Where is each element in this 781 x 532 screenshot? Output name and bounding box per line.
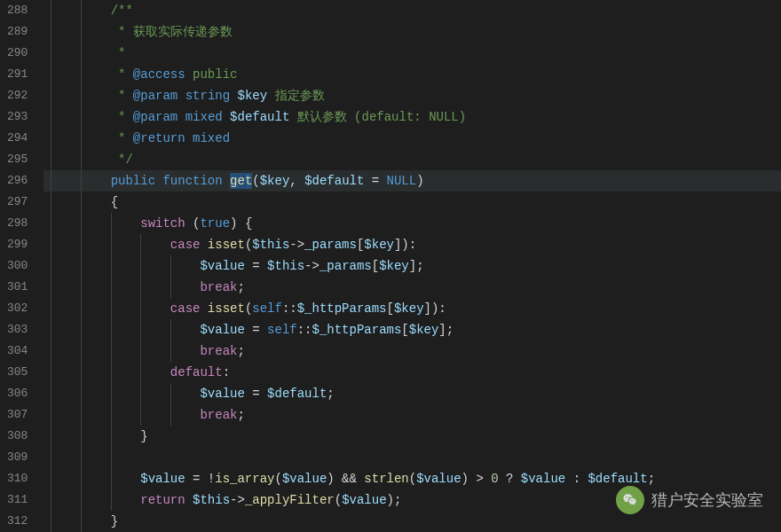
- code-line[interactable]: case isset(self::$_httpParams[$key]):: [43, 298, 781, 319]
- code-token: public: [111, 174, 155, 188]
- line-number: 295: [7, 149, 28, 170]
- line-number: 288: [7, 0, 28, 21]
- code-token: $key: [230, 89, 267, 103]
- code-line[interactable]: break;: [43, 277, 781, 298]
- code-token: $key: [394, 301, 424, 316]
- line-number: 301: [7, 277, 28, 298]
- code-line[interactable]: * @param string $key 指定参数: [43, 85, 781, 106]
- code-area[interactable]: /** * 获取实际传递参数 * * @access public * @par…: [43, 0, 781, 532]
- code-token: );: [387, 493, 402, 507]
- code-line[interactable]: $value = $default;: [43, 383, 781, 404]
- code-token: $this: [193, 493, 230, 507]
- code-token: =: [245, 387, 267, 401]
- code-line[interactable]: public function get($key, $default = NUL…: [43, 170, 781, 192]
- code-line[interactable]: {: [43, 192, 781, 213]
- code-token: $value: [282, 472, 327, 486]
- code-token: ) {: [230, 216, 252, 231]
- code-token: /**: [111, 4, 133, 18]
- code-token: (: [409, 472, 416, 486]
- code-token: $default: [304, 174, 364, 188]
- code-token: =: [245, 259, 267, 273]
- code-line[interactable]: * @return mixed: [43, 128, 781, 149]
- code-token: ;: [648, 472, 655, 486]
- code-token: [223, 174, 230, 188]
- code-line[interactable]: * 获取实际传递参数: [43, 21, 781, 43]
- code-line[interactable]: default:: [43, 362, 781, 383]
- code-token: ];: [409, 259, 424, 273]
- line-number: 302: [7, 298, 28, 319]
- code-token: ::: [282, 301, 297, 316]
- code-token: (: [335, 493, 342, 507]
- code-line[interactable]: [43, 447, 781, 468]
- code-line[interactable]: * @param mixed $default 默认参数 (default: N…: [43, 106, 781, 128]
- line-number-gutter: 2882892902912922932942952962972982993003…: [0, 0, 43, 532]
- code-token: @param: [133, 110, 178, 124]
- code-line[interactable]: break;: [43, 404, 781, 426]
- code-token: ,: [289, 174, 304, 188]
- code-token: $value: [416, 472, 461, 486]
- code-token: ;: [237, 280, 244, 294]
- code-line[interactable]: * @access public: [43, 64, 781, 85]
- code-token: break: [200, 344, 237, 358]
- code-token: [185, 493, 193, 507]
- code-token: (: [252, 174, 259, 188]
- code-token: @param: [133, 89, 178, 103]
- line-number: 299: [7, 234, 28, 255]
- code-line[interactable]: case isset($this->_params[$key]):: [43, 234, 781, 255]
- code-token: default: [170, 365, 223, 379]
- line-number: 307: [7, 404, 28, 426]
- code-token: function: [162, 174, 222, 188]
- line-number: 292: [7, 85, 28, 106]
- code-token: @access: [133, 67, 185, 82]
- code-line[interactable]: $value = $this->_params[$key];: [43, 255, 781, 277]
- code-token: [: [401, 323, 408, 337]
- code-token: mixed: [185, 110, 223, 124]
- code-line[interactable]: */: [43, 149, 781, 170]
- code-token: {: [111, 195, 118, 209]
- line-number: 312: [7, 511, 28, 532]
- code-token: $key: [260, 174, 290, 188]
- code-token: ]):: [394, 238, 416, 252]
- code-token: $value: [200, 387, 244, 401]
- code-token: $key: [409, 323, 439, 337]
- line-number: 297: [7, 192, 28, 213]
- code-token: true: [200, 216, 230, 231]
- code-token: [178, 89, 185, 103]
- line-number: 311: [7, 489, 28, 511]
- code-line[interactable]: $value = !is_array($value) && strlen($va…: [43, 468, 781, 489]
- code-line[interactable]: $value = self::$_httpParams[$key];: [43, 319, 781, 340]
- code-line[interactable]: switch (true) {: [43, 213, 781, 234]
- code-token: [: [372, 259, 379, 273]
- line-number: 289: [7, 21, 28, 43]
- code-line[interactable]: return $this->_applyFilter($value);: [43, 489, 781, 511]
- code-token: ];: [438, 323, 454, 337]
- code-token: self: [267, 323, 297, 337]
- code-line[interactable]: *: [43, 43, 781, 64]
- code-token: mixed: [193, 131, 230, 145]
- line-number: 296: [7, 170, 28, 192]
- code-token: *: [111, 110, 133, 124]
- code-token: ;: [327, 387, 334, 401]
- code-token: */: [111, 153, 133, 167]
- code-token: $value: [200, 259, 244, 273]
- code-editor[interactable]: 2882892902912922932942952962972982993003…: [0, 0, 781, 532]
- line-number: 300: [7, 255, 28, 277]
- code-token: _params: [304, 238, 357, 252]
- code-line[interactable]: }: [43, 511, 781, 532]
- code-token: $default: [588, 472, 647, 486]
- code-line[interactable]: /**: [43, 0, 781, 21]
- code-token: $value: [200, 323, 244, 337]
- code-token: $this: [267, 259, 304, 273]
- code-token: break: [200, 408, 237, 422]
- code-token: ;: [237, 344, 244, 358]
- code-line[interactable]: }: [43, 426, 781, 447]
- code-token: $value: [140, 472, 185, 486]
- code-token: *: [111, 131, 133, 145]
- code-line[interactable]: break;: [43, 340, 781, 362]
- code-token: $value: [342, 493, 386, 507]
- code-token: _params: [320, 259, 372, 273]
- code-token: case: [170, 301, 201, 316]
- code-token: isset: [208, 301, 245, 316]
- code-token: ::: [297, 323, 312, 337]
- line-number: 309: [7, 447, 28, 468]
